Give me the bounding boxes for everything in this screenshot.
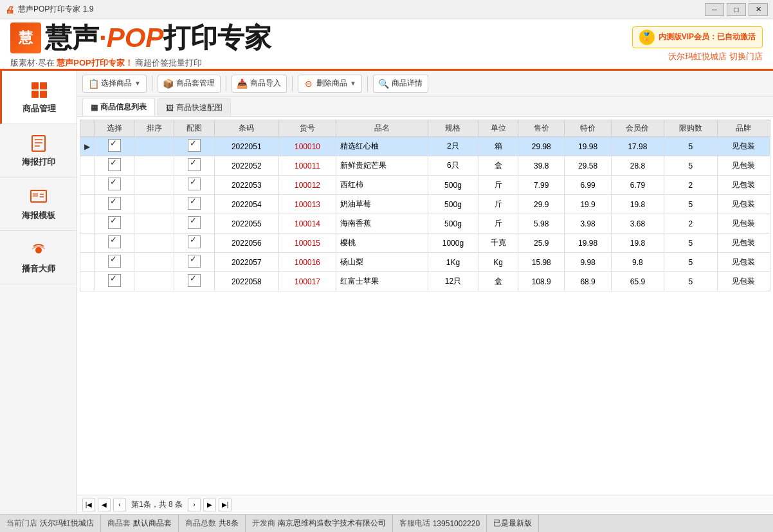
- row-unit-cell: 箱: [478, 137, 518, 156]
- toolbar: 📋 选择商品 ▼ 📦 商品套管理 📥 商品导入 ⊖ 删除商品 ▼: [77, 71, 773, 96]
- row-config-checkbox[interactable]: [188, 274, 201, 287]
- product-set-button[interactable]: 📦 商品套管理: [158, 75, 221, 93]
- row-checkbox[interactable]: [108, 178, 121, 190]
- close-button[interactable]: ✕: [749, 3, 768, 16]
- sidebar-item-broadcast[interactable]: 播音大师: [0, 231, 77, 284]
- product-import-button[interactable]: 📥 商品导入: [232, 75, 287, 93]
- minimize-button[interactable]: ─: [705, 3, 724, 16]
- row-checkbox[interactable]: [108, 255, 121, 268]
- status-product-count-label: 商品总数: [185, 518, 216, 529]
- page-next-small-button[interactable]: ›: [188, 499, 201, 511]
- select-product-button[interactable]: 📋 选择商品 ▼: [82, 75, 147, 93]
- vip-badge: 🏅 内测版VIP会员：已自动激活: [632, 26, 763, 48]
- row-config-cell[interactable]: [174, 156, 214, 176]
- row-select-cell[interactable]: [95, 137, 134, 156]
- page-prev-button[interactable]: ◀: [98, 499, 111, 511]
- row-checkbox[interactable]: [108, 274, 121, 287]
- row-price-cell: 29.9: [518, 195, 565, 214]
- row-sort-cell: [134, 137, 174, 156]
- table-row[interactable]: 2022055100014海南香蕉500g斤5.983.983.682见包装: [80, 214, 770, 234]
- row-select-cell[interactable]: [95, 195, 134, 214]
- row-arrow-cell: [80, 156, 95, 176]
- row-checkbox[interactable]: [108, 216, 121, 229]
- col-header-brand: 品牌: [717, 120, 770, 137]
- row-select-cell[interactable]: [95, 214, 134, 234]
- row-checkbox[interactable]: [108, 197, 121, 210]
- table-row[interactable]: 2022056100015樱桃1000g千克25.919.9819.85见包装: [80, 234, 770, 253]
- page-prev-small-button[interactable]: ‹: [113, 499, 126, 511]
- col-header-member: 会员价: [611, 120, 664, 137]
- product-detail-button[interactable]: 🔍 商品详情: [373, 75, 428, 93]
- page-last-button[interactable]: ▶|: [219, 499, 232, 511]
- row-config-cell[interactable]: [174, 137, 214, 156]
- row-config-cell[interactable]: [174, 176, 214, 195]
- table-row[interactable]: 2022054100013奶油草莓500g斤29.919.919.85见包装: [80, 195, 770, 214]
- row-config-cell[interactable]: [174, 195, 214, 214]
- sidebar-item-poster-template[interactable]: 海报模板: [0, 178, 77, 231]
- row-partno-cell: 100015: [278, 234, 336, 253]
- row-select-cell[interactable]: [95, 253, 134, 272]
- table-row[interactable]: 2022058100017红富士苹果12只盒108.968.965.95见包装: [80, 272, 770, 291]
- row-select-cell[interactable]: [95, 156, 134, 176]
- broadcast-icon: [28, 240, 49, 261]
- store-name-link[interactable]: 沃尔玛虹悦城店: [668, 51, 727, 61]
- logo-main: 慧 慧声 · POP 打印专家: [10, 20, 271, 56]
- row-config-checkbox[interactable]: [188, 197, 201, 210]
- row-select-cell[interactable]: [95, 272, 134, 291]
- row-unit-cell: 斤: [478, 195, 518, 214]
- row-special-cell: 3.98: [565, 214, 611, 234]
- table-row[interactable]: 2022053100012西红柿500g斤7.996.996.792见包装: [80, 176, 770, 195]
- table-row[interactable]: ▶2022051100010精选红心柚2只箱29.9819.9817.985见包…: [80, 137, 770, 156]
- row-arrow-cell: [80, 272, 95, 291]
- status-developer-label: 开发商: [252, 518, 275, 529]
- table-row[interactable]: 2022057100016砀山梨1KgKg15.989.989.85见包装: [80, 253, 770, 272]
- delete-product-button[interactable]: ⊖ 删除商品 ▼: [298, 75, 362, 93]
- tab-product-list[interactable]: ▦ 商品信息列表: [82, 98, 155, 116]
- status-phone-label: 客服电话: [399, 518, 430, 529]
- switch-store-link[interactable]: 切换门店: [729, 51, 763, 61]
- col-header-unit: 单位: [478, 120, 518, 137]
- row-config-checkbox[interactable]: [188, 139, 201, 152]
- row-select-cell[interactable]: [95, 234, 134, 253]
- row-config-checkbox[interactable]: [188, 158, 201, 171]
- row-checkbox[interactable]: [108, 139, 121, 152]
- row-config-checkbox[interactable]: [188, 178, 201, 190]
- row-brand-cell: 见包装: [717, 137, 770, 156]
- row-limit-cell: 5: [664, 156, 717, 176]
- row-config-cell[interactable]: [174, 214, 214, 234]
- row-config-cell[interactable]: [174, 253, 214, 272]
- row-barcode-cell: 2022052: [214, 156, 278, 176]
- row-config-cell[interactable]: [174, 234, 214, 253]
- row-checkbox[interactable]: [108, 235, 121, 248]
- maximize-button[interactable]: □: [727, 3, 746, 16]
- row-spec-cell: 500g: [428, 195, 478, 214]
- row-config-checkbox[interactable]: [188, 216, 201, 229]
- row-barcode-cell: 2022057: [214, 253, 278, 272]
- table-container[interactable]: 选择 排序 配图 条码 货号 品名 规格 单位 售价 特价 会员价 限购数 品牌: [77, 117, 773, 495]
- logo-subtitle: 版素材·尽在 慧声POP打印专家！ 商超价签批量打印: [10, 57, 271, 69]
- status-developer: 开发商 南京思维构造数字技术有限公司: [246, 515, 393, 532]
- col-header-config: 配图: [174, 120, 214, 137]
- table-row[interactable]: 2022052100011新鲜贵妃芒果6只盒39.829.5828.85见包装: [80, 156, 770, 176]
- sidebar-item-product-mgmt[interactable]: 商品管理: [0, 71, 77, 124]
- product-mgmt-icon: [29, 80, 50, 100]
- row-limit-cell: 5: [664, 234, 717, 253]
- row-special-cell: 19.98: [565, 137, 611, 156]
- page-next-button[interactable]: ▶: [203, 499, 216, 511]
- logo-area: 慧 慧声 · POP 打印专家 版素材·尽在 慧声POP打印专家！ 商超价签批量…: [0, 19, 773, 71]
- page-first-button[interactable]: |◀: [82, 499, 95, 511]
- row-limit-cell: 5: [664, 272, 717, 291]
- row-config-checkbox[interactable]: [188, 255, 201, 268]
- logo-left: 慧 慧声 · POP 打印专家 版素材·尽在 慧声POP打印专家！ 商超价签批量…: [10, 20, 271, 69]
- tab-product-list-icon: ▦: [91, 103, 98, 112]
- row-special-cell: 19.9: [565, 195, 611, 214]
- row-price-cell: 39.8: [518, 156, 565, 176]
- row-config-cell[interactable]: [174, 272, 214, 291]
- row-config-checkbox[interactable]: [188, 235, 201, 248]
- row-select-cell[interactable]: [95, 176, 134, 195]
- row-checkbox[interactable]: [108, 158, 121, 171]
- tab-product-config[interactable]: 🖼 商品快速配图: [158, 98, 231, 116]
- row-barcode-cell: 2022055: [214, 214, 278, 234]
- sidebar-item-poster-print[interactable]: 海报打印: [0, 124, 77, 178]
- row-brand-cell: 见包装: [717, 214, 770, 234]
